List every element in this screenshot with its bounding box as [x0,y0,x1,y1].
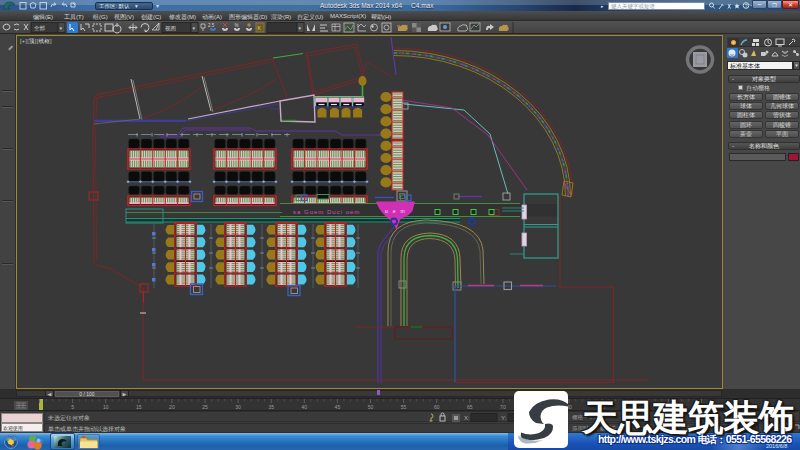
svg-text:60: 60 [434,404,440,410]
svg-text:40: 40 [302,404,308,410]
svg-text:%: % [235,23,239,28]
svg-text:?: ? [745,3,748,9]
svg-text:30: 30 [235,404,241,410]
svg-text:70: 70 [500,404,506,410]
svg-text:65: 65 [467,404,473,410]
svg-text:45: 45 [335,404,341,410]
svg-text:sa Guem Duci uem: sa Guem Duci uem [293,209,360,215]
svg-text:25: 25 [202,404,208,410]
svg-text:全部: 全部 [34,25,46,32]
svg-text:15: 15 [136,404,142,410]
svg-text:X:: X: [464,415,470,421]
svg-text:2.5: 2.5 [208,23,215,28]
svg-text:u e m: u e m [385,208,407,214]
svg-text:50: 50 [368,404,374,410]
svg-text:5: 5 [71,404,74,410]
svg-text:35: 35 [268,404,274,410]
svg-text:20: 20 [169,404,175,410]
svg-text:10: 10 [103,404,109,410]
svg-text:Y:: Y: [501,415,507,421]
svg-text:视图: 视图 [165,25,176,32]
svg-text:55: 55 [401,404,407,410]
